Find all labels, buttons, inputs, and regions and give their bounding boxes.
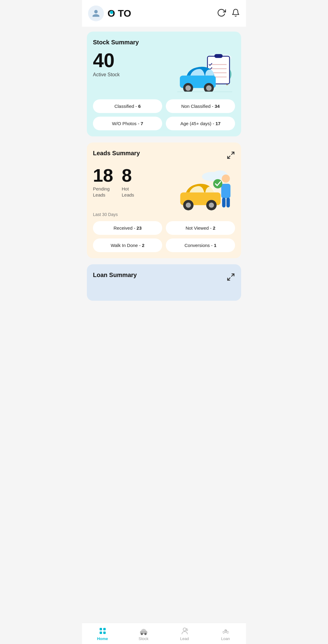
- leads-stats-grid: Received - 23 Not Viewed - 2 Walk In Don…: [93, 221, 235, 252]
- stat-non-classified[interactable]: Non Classified - 34: [166, 99, 235, 113]
- svg-point-39: [141, 633, 143, 635]
- nav-home-label: Home: [97, 636, 108, 641]
- svg-rect-6: [214, 54, 223, 58]
- leads-expand-icon[interactable]: [227, 151, 235, 161]
- hot-leads-label: HotLeads: [122, 186, 134, 198]
- stock-active-count: 40: [93, 51, 120, 70]
- svg-rect-16: [177, 92, 232, 92]
- refresh-icon[interactable]: [217, 8, 226, 19]
- nav-stock[interactable]: Stock: [123, 623, 164, 644]
- svg-rect-36: [100, 632, 102, 634]
- svg-rect-27: [221, 184, 230, 198]
- leads-summary-title: Leads Summary: [93, 150, 140, 157]
- pending-leads-block: 18 PendingLeads: [93, 166, 113, 198]
- stock-active-label: Active Stock: [93, 72, 120, 77]
- svg-rect-29: [222, 198, 225, 207]
- leads-header: Leads Summary: [93, 150, 235, 162]
- svg-rect-34: [100, 628, 102, 630]
- nav-lead-label: Lead: [180, 636, 189, 641]
- svg-point-42: [186, 629, 188, 631]
- nav-loan-label: Loan: [221, 636, 230, 641]
- stock-summary-card: Stock Summary 40 Active Stock: [87, 32, 241, 136]
- svg-point-40: [144, 633, 146, 635]
- stock-stats-grid: Classified - 6 Non Classified - 34 W/O P…: [93, 99, 235, 130]
- stat-received[interactable]: Received - 23: [93, 221, 162, 235]
- svg-point-13: [185, 85, 191, 91]
- pending-leads-count: 18: [93, 166, 113, 185]
- svg-point-15: [206, 85, 212, 91]
- stat-walk-in[interactable]: Walk In Done - 2: [93, 238, 162, 252]
- bottom-navigation: Home Stock Lead $ Loan: [82, 623, 246, 644]
- stat-age[interactable]: Age (45+ days) - 17: [166, 117, 235, 130]
- stat-classified[interactable]: Classified - 6: [93, 99, 162, 113]
- svg-rect-35: [103, 628, 106, 630]
- nav-lead[interactable]: Lead: [164, 623, 205, 644]
- nav-stock-label: Stock: [138, 636, 149, 641]
- stock-summary-title: Stock Summary: [93, 39, 235, 46]
- bell-icon[interactable]: [231, 9, 240, 18]
- leads-period-label: Last 30 Days: [93, 212, 235, 217]
- stock-top-section: 40 Active Stock: [93, 51, 235, 93]
- hot-leads-count: 8: [122, 166, 134, 185]
- svg-point-26: [222, 175, 230, 183]
- main-content: Stock Summary 40 Active Stock: [82, 27, 246, 331]
- header-left: O TO: [88, 5, 131, 21]
- svg-rect-30: [227, 198, 230, 207]
- leads-illustration: [177, 166, 235, 209]
- app-logo: O TO: [108, 8, 131, 19]
- leads-top-section: 18 PendingLeads 8 HotLeads: [93, 166, 235, 209]
- avatar[interactable]: [88, 5, 104, 21]
- svg-point-31: [213, 179, 222, 188]
- app-header: O TO: [82, 0, 246, 27]
- loan-expand-icon[interactable]: [227, 273, 235, 283]
- leads-numbers: 18 PendingLeads 8 HotLeads: [93, 166, 134, 198]
- loan-summary-title: Loan Summary: [93, 272, 137, 279]
- stock-count-block: 40 Active Stock: [93, 51, 120, 77]
- loan-summary-card: Loan Summary: [87, 264, 241, 301]
- hot-leads-block: 8 HotLeads: [122, 166, 134, 198]
- svg-point-23: [186, 203, 191, 208]
- stat-not-viewed[interactable]: Not Viewed - 2: [166, 221, 235, 235]
- nav-home[interactable]: Home: [82, 623, 123, 644]
- loan-header: Loan Summary: [93, 272, 235, 283]
- pending-leads-label: PendingLeads: [93, 186, 113, 198]
- stat-conversions[interactable]: Conversions - 1: [166, 238, 235, 252]
- svg-point-25: [209, 203, 214, 208]
- leads-summary-card: Leads Summary 18 PendingLeads 8 HotLead: [87, 142, 241, 258]
- svg-rect-37: [103, 632, 106, 634]
- nav-loan[interactable]: $ Loan: [205, 623, 246, 644]
- header-right: [217, 8, 240, 19]
- stat-wo-photos[interactable]: W/O Photos - 7: [93, 117, 162, 130]
- stock-illustration: [174, 51, 235, 93]
